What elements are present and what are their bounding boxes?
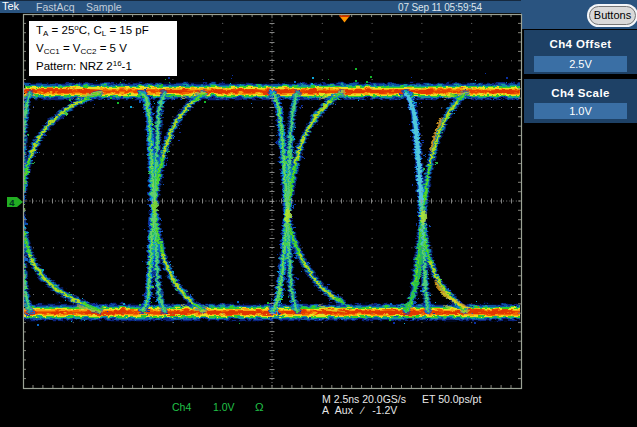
svg-text:4: 4 bbox=[9, 197, 15, 208]
